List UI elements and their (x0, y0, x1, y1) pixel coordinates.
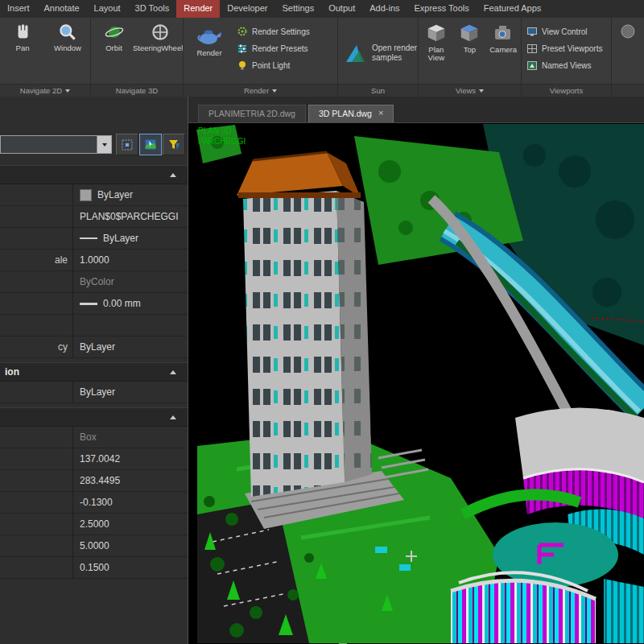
row-width-value[interactable]: 5.0000 (73, 535, 188, 556)
row-plot-style-label (0, 271, 73, 292)
pan-hand-icon (12, 22, 33, 43)
tower-building (237, 152, 372, 497)
row-solid-type: Box (0, 427, 188, 448)
top-view-button[interactable]: Top (455, 22, 484, 54)
row-linetype-value[interactable]: ByLayer (73, 228, 188, 249)
top-view-label: Top (464, 46, 476, 54)
row-hyperlink-value[interactable] (73, 315, 188, 336)
collapse-icon[interactable] (170, 370, 176, 374)
box-top-icon (458, 22, 481, 44)
pan-button[interactable]: Pan (2, 22, 43, 52)
cube-icon (425, 22, 448, 44)
ribbon-tab-render[interactable]: Render (176, 0, 220, 18)
plan-view-label: Plan View (420, 46, 452, 62)
row-lineweight-value[interactable]: 0.00 mm (73, 293, 188, 314)
ribbon-tab-insert[interactable]: Insert (0, 0, 37, 18)
section-geometry[interactable] (0, 407, 188, 427)
orbit-button[interactable]: Orbit (93, 22, 135, 52)
select-objects-icon (143, 138, 158, 151)
quick-select-button[interactable] (163, 134, 185, 155)
panel-title-views[interactable]: Views (419, 84, 521, 97)
render-settings-label: Render Settings (252, 27, 310, 36)
row-transparency-label: cy (0, 336, 73, 357)
open-render-samples-button[interactable]: Open render samples (343, 41, 417, 65)
collapse-icon[interactable] (170, 415, 176, 419)
row-transparency-value[interactable]: ByLayer (73, 336, 188, 357)
panel-title-sun[interactable]: Sun (338, 84, 418, 97)
object-type-combo[interactable] (0, 135, 112, 154)
roof-eave (238, 192, 361, 198)
point-light-item[interactable]: Point Light (237, 58, 310, 72)
preset-viewports-item[interactable]: Preset Viewports (526, 41, 602, 56)
ribbon-tab-express-tools[interactable]: Express Tools (407, 0, 477, 18)
row-linetype-label (0, 228, 73, 249)
panel-title-viewports[interactable]: Viewports (522, 84, 611, 97)
ribbon-tab-3d-tools[interactable]: 3D Tools (128, 0, 177, 18)
panel-title-navigate-2d[interactable]: Navigate 2D (0, 84, 90, 97)
ribbon-tab-settings[interactable]: Settings (275, 0, 321, 18)
section-general[interactable] (0, 165, 188, 184)
light-bulb-icon (237, 60, 248, 71)
open-render-samples-label: Open render samples (372, 43, 417, 63)
ribbon-tab-annotate[interactable]: Annotate (37, 0, 87, 18)
named-views-item[interactable]: Named Views (526, 58, 602, 72)
collapse-icon[interactable] (170, 173, 176, 177)
row-position-z-value[interactable]: -0.1300 (73, 492, 188, 513)
view-control-item[interactable]: View Control (526, 24, 602, 39)
select-objects-button[interactable] (139, 134, 162, 155)
row-width: 5.0000 (0, 535, 188, 557)
render-presets-item[interactable]: Render Presets (237, 41, 310, 56)
pan-label: Pan (16, 44, 30, 52)
panel-render: Render Render Settings (184, 18, 338, 97)
ribbon-tab-addins[interactable]: Add-ins (362, 0, 407, 18)
row-length-value[interactable]: 2.5000 (73, 514, 188, 535)
file-tab-3d-plan[interactable]: 3D PLAN.dwg × (308, 105, 394, 122)
panel-title-render[interactable]: Render (184, 84, 337, 97)
drawing-canvas[interactable] (188, 123, 644, 644)
panel-expand-icon (479, 89, 484, 93)
section-3d-visualization[interactable]: ion (0, 362, 188, 382)
row-position-x-value[interactable]: 137.0042 (73, 448, 188, 469)
row-position-x-label (0, 448, 73, 469)
named-view-icon (526, 60, 538, 71)
zoom-window-button[interactable]: Window (47, 22, 89, 52)
row-plot-style: ByColor (0, 271, 188, 293)
file-tab-planimetria[interactable]: PLANIMETRIA 2D.dwg (198, 105, 306, 122)
linetype-sample (80, 237, 97, 239)
steeringwheels-button[interactable]: SteeringWheels (139, 22, 181, 52)
row-layer-value[interactable]: PLAN$0$PARCHEGGI (73, 206, 188, 227)
row-position-z-label (0, 492, 73, 513)
row-color-value[interactable]: ByLayer (73, 184, 188, 205)
panel-title-navigate-3d[interactable]: Navigate 3D (91, 84, 183, 97)
row-solid-type-value[interactable]: Box (73, 427, 188, 448)
toggle-pickadd-button[interactable] (116, 134, 138, 155)
row-height-value[interactable]: 0.1500 (73, 557, 188, 578)
ribbon-tab-output[interactable]: Output (321, 0, 362, 18)
ribbon-tab-layout[interactable]: Layout (87, 0, 128, 18)
render-teapot-icon (196, 22, 223, 47)
ribbon-tab-developer[interactable]: Developer (220, 0, 275, 18)
panel-viewports: View Control Preset Viewports (522, 18, 612, 97)
panel-expand-icon (65, 89, 70, 93)
sun-prism-icon (343, 41, 367, 65)
row-lineweight: 0.00 mm (0, 293, 188, 315)
preset-viewports-label: Preset Viewports (542, 44, 602, 53)
close-icon[interactable]: × (378, 109, 383, 118)
row-position-y-label (0, 470, 73, 491)
row-width-label (0, 535, 73, 556)
plan-view-button[interactable]: Plan View (420, 22, 452, 62)
ribbon-tab-featured-apps[interactable]: Featured Apps (477, 0, 549, 18)
row-linetype-scale-label: ale (0, 250, 73, 270)
sliders-icon (237, 43, 248, 54)
chevron-down-icon[interactable] (97, 136, 111, 153)
row-linetype-scale-value[interactable]: 1.0000 (73, 250, 188, 270)
render-button[interactable]: Render (188, 22, 230, 57)
render-settings-item[interactable]: Render Settings (237, 24, 310, 39)
row-material-value[interactable]: ByLayer (73, 382, 188, 402)
camera-button[interactable]: Camera (487, 22, 519, 54)
row-position-y-value[interactable]: 283.4495 (73, 470, 188, 491)
panel-cutoff (612, 18, 644, 97)
row-height-label (0, 557, 73, 578)
row-solid-type-label (0, 427, 73, 448)
row-plot-style-value[interactable]: ByColor (73, 271, 188, 292)
